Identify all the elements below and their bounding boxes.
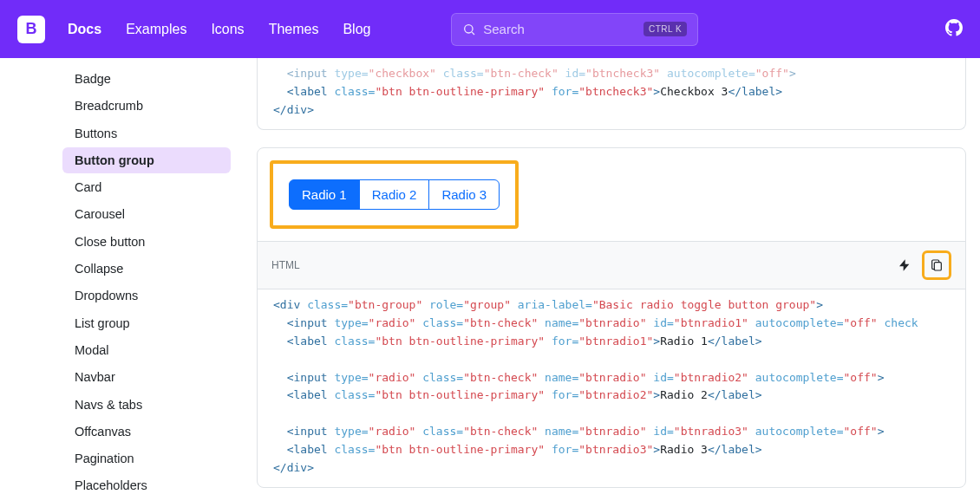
sidebar-item-list-group[interactable]: List group — [62, 310, 231, 336]
code-block-header: HTML — [258, 241, 965, 289]
stackblitz-icon[interactable] — [894, 255, 915, 276]
sidebar-item-close-button[interactable]: Close button — [62, 229, 231, 255]
kbd-shortcut: CTRL K — [644, 22, 687, 36]
radio-1[interactable]: Radio 1 — [289, 179, 360, 210]
svg-line-1 — [472, 32, 474, 35]
copy-highlight — [922, 250, 951, 280]
search-input[interactable]: Search CTRL K — [451, 13, 698, 46]
sidebar-item-carousel[interactable]: Carousel — [62, 201, 231, 227]
sidebar-item-placeholders[interactable]: Placeholders — [62, 472, 231, 494]
nav-docs[interactable]: Docs — [61, 16, 108, 42]
brand-logo[interactable]: B — [17, 16, 45, 43]
sidebar-item-collapse[interactable]: Collapse — [62, 256, 231, 282]
navbar: B Docs Examples Icons Themes Blog Search… — [0, 0, 980, 58]
nav-blog[interactable]: Blog — [336, 16, 377, 42]
sidebar-item-badge[interactable]: Badge — [62, 66, 231, 92]
sidebar-item-card[interactable]: Card — [62, 174, 231, 200]
radio-button-group: Radio 1 Radio 2 Radio 3 — [289, 179, 500, 210]
code-block-radio: <div class="btn-group" role="group" aria… — [258, 289, 965, 487]
svg-rect-2 — [934, 263, 941, 270]
copy-icon[interactable] — [926, 255, 947, 276]
svg-point-0 — [465, 24, 473, 32]
sidebar-item-offcanvas[interactable]: Offcanvas — [62, 419, 231, 445]
example-radio-group-hl: Radio 1 Radio 2 Radio 3 — [270, 160, 519, 229]
radio-2[interactable]: Radio 2 — [359, 179, 430, 210]
search-placeholder: Search — [483, 22, 637, 36]
radio-3[interactable]: Radio 3 — [428, 179, 500, 210]
sidebar-item-button-group[interactable]: Button group — [62, 147, 231, 173]
sidebar: BadgeBreadcrumbButtonsButton groupCardCa… — [0, 58, 243, 494]
code-block-checkbox: <input type="checkbox" class="btn-check"… — [257, 58, 966, 130]
nav-examples[interactable]: Examples — [119, 16, 193, 42]
nav-themes[interactable]: Themes — [262, 16, 326, 42]
code-language-label: HTML — [271, 259, 300, 271]
sidebar-item-pagination[interactable]: Pagination — [62, 445, 231, 471]
sidebar-item-modal[interactable]: Modal — [62, 337, 231, 363]
github-icon[interactable] — [945, 19, 963, 39]
sidebar-item-buttons[interactable]: Buttons — [62, 120, 231, 146]
search-icon — [462, 23, 476, 36]
sidebar-item-navbar[interactable]: Navbar — [62, 364, 231, 390]
sidebar-item-dropdowns[interactable]: Dropdowns — [62, 283, 231, 309]
example-card-radio: Radio 1 Radio 2 Radio 3 HTML <div class=… — [257, 147, 966, 488]
sidebar-item-navs-tabs[interactable]: Navs & tabs — [62, 392, 231, 418]
nav-left: B Docs Examples Icons Themes Blog — [17, 16, 377, 43]
nav-icons[interactable]: Icons — [204, 16, 251, 42]
sidebar-item-breadcrumb[interactable]: Breadcrumb — [62, 93, 231, 119]
content: <input type="checkbox" class="btn-check"… — [243, 58, 980, 494]
